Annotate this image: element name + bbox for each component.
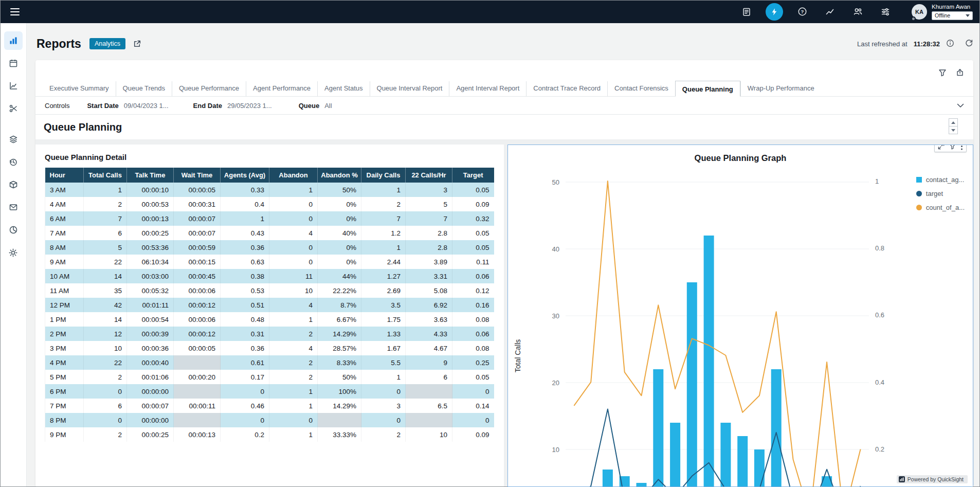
mail-icon[interactable] xyxy=(4,198,23,217)
value-cell: 0 xyxy=(452,413,494,427)
value-cell: 2 xyxy=(269,370,318,384)
value-cell: 0 xyxy=(269,211,318,226)
queue-planning-detail-visual[interactable]: Queue Planning Detail HourTotal CallsTal… xyxy=(35,145,504,487)
column-header[interactable]: Abandon xyxy=(269,168,318,183)
value-cell: 0.16 xyxy=(452,298,494,312)
tab-executive-summary[interactable]: Executive Summary xyxy=(43,81,116,96)
end-date-value[interactable]: 29/05/2023 1... xyxy=(227,102,272,110)
pie-chart-icon[interactable] xyxy=(4,221,23,239)
calendar-icon[interactable] xyxy=(4,54,23,73)
sliders-icon[interactable] xyxy=(877,3,894,21)
column-header[interactable]: Wait Time xyxy=(174,168,221,183)
queue-value[interactable]: All xyxy=(324,102,332,110)
start-date-value[interactable]: 09/04/2023 1... xyxy=(124,102,169,110)
notes-icon[interactable] xyxy=(738,3,755,21)
value-cell: 33.33% xyxy=(318,427,361,442)
value-cell: 0 xyxy=(84,413,127,427)
legend-entry[interactable]: target xyxy=(916,190,965,197)
legend-entry[interactable]: count_of_a... xyxy=(916,204,965,211)
table-row: 8 AM500:53:3600:00:590.3600%12.80.05 xyxy=(45,240,494,255)
metrics-icon[interactable] xyxy=(821,3,839,21)
quicksight-logo-icon xyxy=(899,476,905,482)
analytics-badge: Analytics xyxy=(89,38,125,49)
filter-icon[interactable] xyxy=(938,68,947,77)
gear-icon[interactable] xyxy=(4,243,23,262)
powered-by-quicksight-badge: Powered by QuickSight xyxy=(897,475,968,483)
controls-label: Controls xyxy=(45,102,69,110)
help-icon[interactable]: ? xyxy=(793,3,811,21)
users-icon[interactable] xyxy=(849,3,866,21)
value-cell: 0 xyxy=(269,240,318,255)
expand-icon[interactable] xyxy=(938,145,945,150)
tab-agent-interval-report[interactable]: Agent Interval Report xyxy=(449,81,526,96)
hamburger-menu-icon[interactable] xyxy=(6,3,24,21)
history-icon[interactable] xyxy=(4,153,23,171)
tab-queue-performance[interactable]: Queue Performance xyxy=(172,81,246,96)
tab-agent-performance[interactable]: Agent Performance xyxy=(246,81,317,96)
status-select[interactable]: Offline xyxy=(932,11,973,20)
scroll-up-button[interactable] xyxy=(949,118,958,127)
column-header[interactable]: Hour xyxy=(45,168,84,183)
hour-cell: 4 AM xyxy=(45,197,84,211)
hour-cell: 3 AM xyxy=(45,183,84,197)
sheet-title-row: Queue Planning xyxy=(35,115,973,139)
value-cell: 1 xyxy=(361,183,406,197)
box-icon[interactable] xyxy=(4,175,23,194)
legend-entry[interactable]: contact_ag... xyxy=(916,176,965,184)
avatar[interactable]: KA xyxy=(912,4,927,20)
value-cell: 10 xyxy=(269,283,318,298)
app-window: ? KA Khurram Awan Offline xyxy=(0,0,980,487)
tab-queue-planning[interactable]: Queue Planning xyxy=(675,81,740,97)
column-header[interactable]: 22 Calls/Hr xyxy=(406,168,452,183)
column-header[interactable]: Total Calls xyxy=(84,168,127,183)
menu-kebab-icon[interactable] xyxy=(960,145,963,150)
tab-contract-trace-record[interactable]: Contract Trace Record xyxy=(526,81,607,96)
table-row: 4 PM2200:00:400.6128.33%5.590.25 xyxy=(45,355,494,370)
value-cell: 00:00:36 xyxy=(127,341,174,355)
controls-collapse-chevron-icon[interactable] xyxy=(957,103,964,108)
scroll-down-button[interactable] xyxy=(949,126,958,134)
table-row: 3 AM100:00:1000:00:050.33150%130.05 xyxy=(45,183,494,197)
refresh-area: Last refreshed at 11:28:32 xyxy=(857,39,973,49)
value-cell: 00:00:05 xyxy=(174,341,221,355)
tab-queue-trends[interactable]: Queue Trends xyxy=(116,81,172,96)
value-cell: 0 xyxy=(269,197,318,211)
value-cell: 22.22% xyxy=(318,283,361,298)
value-cell: 0.08 xyxy=(452,312,494,327)
value-cell: 00:05:32 xyxy=(127,283,174,298)
info-icon[interactable] xyxy=(946,39,954,49)
svg-text:0.8: 0.8 xyxy=(875,244,884,252)
column-header[interactable]: Target xyxy=(452,168,494,183)
tab-agent-status[interactable]: Agent Status xyxy=(317,81,369,96)
line-chart-icon[interactable] xyxy=(4,77,23,95)
column-header[interactable]: Abandon % xyxy=(318,168,361,183)
bar-chart-icon[interactable] xyxy=(4,31,23,50)
layers-icon[interactable] xyxy=(4,130,23,149)
column-header[interactable]: Agents (Avg) xyxy=(221,168,269,183)
queue-planning-graph-visual[interactable]: Queue Planning Graph contact_ag...target… xyxy=(507,145,973,487)
value-cell: 00:53:36 xyxy=(127,240,174,255)
tab-contact-forensics[interactable]: Contact Forensics xyxy=(607,81,675,96)
chart-axis-ticks: 10203040500.20.40.60.81 xyxy=(552,177,885,454)
table-row: 6 AM700:00:1300:00:07100%770.32 xyxy=(45,211,494,226)
tab-queue-interval-report[interactable]: Queue Interval Report xyxy=(370,81,449,96)
table-row: 8 PM000:00:000000 xyxy=(45,413,494,427)
lightning-icon[interactable] xyxy=(766,3,783,21)
refresh-icon[interactable] xyxy=(965,39,973,49)
column-header[interactable]: Talk Time xyxy=(127,168,174,183)
scissors-icon[interactable] xyxy=(4,99,23,118)
column-header[interactable]: Daily Calls xyxy=(361,168,406,183)
value-cell xyxy=(174,384,221,399)
last-refreshed-label: Last refreshed at xyxy=(857,40,908,48)
value-cell: 2.44 xyxy=(361,255,406,269)
value-cell: 2 xyxy=(269,327,318,341)
external-link-icon[interactable] xyxy=(133,40,141,48)
value-cell: 0% xyxy=(318,240,361,255)
queue-label: Queue xyxy=(299,102,319,110)
export-icon[interactable] xyxy=(956,68,964,77)
value-cell: 00:01:11 xyxy=(127,298,174,312)
tab-wrap-up-performance[interactable]: Wrap-Up Performance xyxy=(740,81,821,96)
legend-circle-swatch xyxy=(916,205,922,210)
visual-filter-icon[interactable] xyxy=(949,145,956,150)
hour-cell: 1 PM xyxy=(45,312,84,327)
